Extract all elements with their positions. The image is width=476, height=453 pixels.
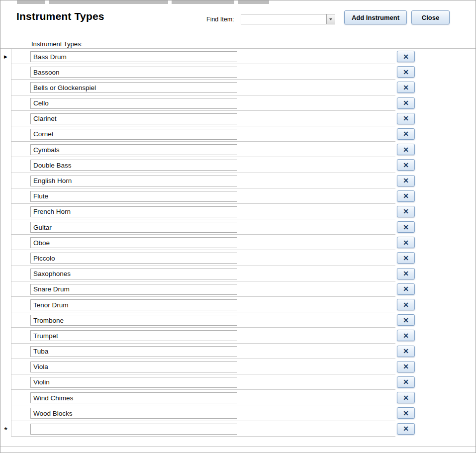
record-selector[interactable] <box>0 405 11 421</box>
delete-instrument-button[interactable]: ✕ <box>397 299 415 310</box>
delete-instrument-button[interactable]: ✕ <box>397 330 415 341</box>
instrument-row: ✕ <box>0 173 476 188</box>
delete-instrument-button[interactable]: ✕ <box>397 376 415 388</box>
record-selector[interactable] <box>0 142 11 157</box>
find-item-label: Find Item: <box>206 16 234 23</box>
delete-instrument-button[interactable]: ✕ <box>397 175 415 186</box>
record-selector[interactable] <box>0 95 11 111</box>
instrument-row: ✕ <box>0 126 476 142</box>
record-selector[interactable] <box>0 266 11 281</box>
delete-instrument-button[interactable]: ✕ <box>397 113 415 124</box>
instrument-name-input[interactable] <box>30 392 237 403</box>
record-selector[interactable] <box>0 250 11 266</box>
delete-x-icon: ✕ <box>403 378 409 385</box>
chevron-down-icon <box>329 18 332 20</box>
instrument-name-input[interactable] <box>30 98 237 109</box>
instrument-name-input[interactable] <box>30 51 237 62</box>
instrument-name-input[interactable] <box>30 424 237 435</box>
delete-instrument-button[interactable]: ✕ <box>397 252 415 264</box>
delete-x-icon: ✕ <box>403 255 409 262</box>
close-button[interactable]: Close <box>411 10 450 24</box>
delete-instrument-button[interactable]: ✕ <box>397 190 415 202</box>
instrument-name-input[interactable] <box>30 67 237 78</box>
instrument-name-input[interactable] <box>30 191 237 202</box>
window-tab[interactable] <box>172 0 234 4</box>
instrument-name-input[interactable] <box>30 330 237 341</box>
instrument-name-input[interactable] <box>30 377 237 388</box>
instrument-name-input[interactable] <box>30 82 237 93</box>
record-selector[interactable] <box>0 344 11 359</box>
instrument-name-input[interactable] <box>30 299 237 310</box>
record-selector[interactable] <box>0 204 11 219</box>
instrument-name-input[interactable] <box>30 144 237 155</box>
instrument-name-input[interactable] <box>30 253 237 264</box>
delete-instrument-button[interactable]: ✕ <box>397 159 415 171</box>
instrument-name-input[interactable] <box>30 362 237 372</box>
record-selector[interactable] <box>0 173 11 188</box>
instrument-name-input[interactable] <box>30 269 237 279</box>
delete-x-icon: ✕ <box>403 84 409 91</box>
instrument-row: ✕ <box>0 405 476 421</box>
instrument-name-input[interactable] <box>30 113 237 124</box>
combo-dropdown-button[interactable] <box>326 14 335 24</box>
find-item-combobox[interactable] <box>241 14 335 24</box>
instrument-row: ✕ <box>0 142 476 157</box>
delete-instrument-button[interactable]: ✕ <box>397 66 415 78</box>
instrument-name-input[interactable] <box>30 315 237 326</box>
delete-instrument-button[interactable]: ✕ <box>397 51 415 62</box>
delete-instrument-button[interactable]: ✕ <box>397 314 415 326</box>
instrument-row: ✕ <box>0 111 476 126</box>
window-tab[interactable] <box>238 0 269 4</box>
instrument-name-input[interactable] <box>30 284 237 295</box>
instrument-name-input[interactable] <box>30 129 237 140</box>
record-selector[interactable] <box>0 297 11 312</box>
record-selector[interactable] <box>0 157 11 173</box>
delete-instrument-button[interactable]: ✕ <box>397 346 415 357</box>
delete-instrument-button[interactable]: ✕ <box>397 221 415 233</box>
record-selector[interactable] <box>0 111 11 126</box>
record-selector[interactable] <box>0 374 11 390</box>
delete-x-icon: ✕ <box>403 208 409 215</box>
record-selector[interactable] <box>0 64 11 80</box>
record-selector[interactable] <box>0 219 11 235</box>
delete-instrument-button[interactable]: ✕ <box>397 237 415 248</box>
instrument-list: ▶✕✕✕✕✕✕✕✕✕✕✕✕✕✕✕✕✕✕✕✕✕✕✕✕*✕ <box>0 48 476 437</box>
instrument-name-input[interactable] <box>30 237 237 248</box>
record-selector[interactable] <box>0 126 11 142</box>
delete-instrument-button[interactable]: ✕ <box>397 97 415 109</box>
delete-instrument-button[interactable]: ✕ <box>397 82 415 93</box>
instrument-name-input[interactable] <box>30 176 237 186</box>
record-selector[interactable] <box>0 328 11 343</box>
delete-instrument-button[interactable]: ✕ <box>397 128 415 140</box>
record-selector[interactable] <box>0 390 11 405</box>
instrument-name-input[interactable] <box>30 160 237 171</box>
window-tab[interactable] <box>17 0 45 4</box>
record-selector[interactable]: ▶ <box>0 49 11 64</box>
window-tab[interactable] <box>49 0 168 4</box>
instrument-name-input[interactable] <box>30 346 237 357</box>
find-item-input[interactable] <box>241 14 326 24</box>
record-selector[interactable] <box>0 235 11 250</box>
delete-instrument-button[interactable]: ✕ <box>397 144 415 155</box>
record-selector[interactable] <box>0 312 11 328</box>
record-selector[interactable] <box>0 80 11 95</box>
footer-divider <box>0 446 476 447</box>
instrument-row: ✕ <box>0 235 476 250</box>
record-selector[interactable] <box>0 281 11 297</box>
record-selector[interactable]: * <box>0 421 11 437</box>
record-selector[interactable] <box>0 359 11 374</box>
instrument-row: ✕ <box>0 266 476 281</box>
delete-instrument-button[interactable]: ✕ <box>397 206 415 217</box>
instrument-name-input[interactable] <box>30 206 237 217</box>
instrument-name-input[interactable] <box>30 408 237 419</box>
delete-instrument-button[interactable]: ✕ <box>397 268 415 279</box>
instrument-name-input[interactable] <box>30 222 237 233</box>
delete-instrument-button[interactable]: ✕ <box>397 407 415 419</box>
record-selector[interactable] <box>0 188 11 204</box>
delete-instrument-button[interactable]: ✕ <box>397 361 415 372</box>
delete-instrument-button[interactable]: ✕ <box>397 423 415 435</box>
delete-instrument-button[interactable]: ✕ <box>397 283 415 295</box>
delete-instrument-button[interactable]: ✕ <box>397 392 415 403</box>
delete-x-icon: ✕ <box>403 177 409 184</box>
add-instrument-button[interactable]: Add Instrument <box>344 10 407 24</box>
